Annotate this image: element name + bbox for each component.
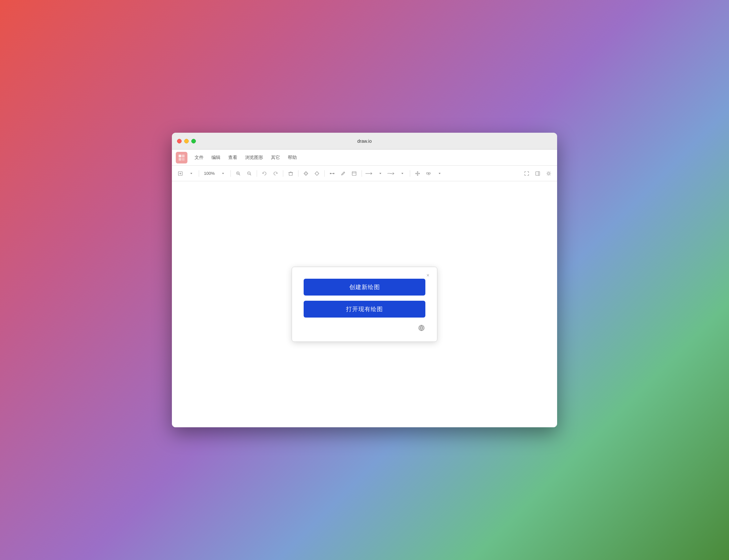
modal-close-btn[interactable]: × — [424, 272, 432, 279]
language-icon[interactable] — [418, 324, 425, 332]
svg-rect-2 — [179, 158, 181, 160]
svg-marker-7 — [190, 173, 192, 174]
svg-rect-1 — [182, 154, 185, 157]
shape-btn[interactable] — [424, 169, 433, 178]
svg-line-41 — [550, 174, 551, 175]
pencil-btn[interactable] — [339, 169, 348, 178]
app-logo — [176, 152, 187, 163]
toolbar-sep-8 — [410, 170, 410, 177]
svg-marker-8 — [222, 173, 224, 174]
zoom-in-btn[interactable] — [234, 169, 243, 178]
toolbar-sep-6 — [324, 170, 325, 177]
toolbar-right — [522, 169, 553, 178]
menu-diagram[interactable]: 浏览图形 — [242, 153, 266, 162]
unfill-btn[interactable] — [312, 169, 321, 178]
redo-btn[interactable] — [271, 169, 280, 178]
zoom-value: 100% — [202, 171, 217, 176]
svg-line-42 — [550, 172, 551, 173]
toolbar-sep-4 — [283, 170, 283, 177]
close-button[interactable] — [177, 139, 182, 143]
arrow-style-2-btn[interactable] — [387, 169, 396, 178]
shape-dropdown-btn[interactable] — [435, 169, 444, 178]
toolbar-sep-2 — [230, 170, 231, 177]
app-window: draw.io 文件 编辑 查看 浏览图形 其它 帮助 — [172, 133, 557, 427]
startup-dialog: × 创建新绘图 打开现有绘图 — [292, 267, 437, 342]
svg-point-20 — [333, 173, 334, 174]
svg-rect-3 — [182, 158, 185, 160]
menu-view[interactable]: 查看 — [225, 153, 241, 162]
menu-help[interactable]: 帮助 — [285, 153, 300, 162]
undo-btn[interactable] — [260, 169, 269, 178]
svg-line-43 — [547, 174, 548, 175]
sun-icon[interactable] — [544, 169, 553, 178]
svg-rect-22 — [352, 172, 356, 175]
menu-edit[interactable]: 编辑 — [208, 153, 224, 162]
open-existing-diagram-btn[interactable]: 打开现有绘图 — [304, 301, 425, 318]
svg-marker-32 — [439, 173, 441, 174]
move-btn[interactable] — [413, 169, 422, 178]
fill-btn[interactable] — [301, 169, 310, 178]
menubar: 文件 编辑 查看 浏览图形 其它 帮助 — [172, 150, 557, 166]
zoom-out-btn[interactable] — [245, 169, 254, 178]
toolbar-sep-1 — [199, 170, 199, 177]
page-dropdown-btn[interactable] — [187, 169, 196, 178]
titlebar: draw.io — [172, 133, 557, 150]
frame-btn[interactable] — [350, 169, 359, 178]
menu-file[interactable]: 文件 — [191, 153, 207, 162]
page-selector-btn[interactable] — [176, 169, 185, 178]
svg-line-12 — [239, 174, 240, 175]
svg-rect-16 — [289, 173, 292, 175]
maximize-button[interactable] — [191, 139, 196, 143]
zoom-dropdown-btn[interactable] — [219, 169, 228, 178]
toolbar-sep-7 — [362, 170, 362, 177]
toolbar-sep-5 — [298, 170, 298, 177]
menu-other[interactable]: 其它 — [268, 153, 283, 162]
arrow-dropdown-1-btn[interactable] — [376, 169, 385, 178]
window-controls — [177, 139, 196, 143]
arrow-dropdown-2-btn[interactable] — [398, 169, 407, 178]
toolbar-sep-3 — [257, 170, 257, 177]
canvas-area: × 创建新绘图 打开现有绘图 — [172, 181, 557, 427]
svg-point-35 — [548, 173, 550, 174]
minimize-button[interactable] — [184, 139, 189, 143]
svg-point-30 — [429, 173, 431, 174]
window-title: draw.io — [357, 139, 372, 144]
fullscreen-btn[interactable] — [522, 169, 531, 178]
svg-rect-33 — [536, 172, 540, 175]
modal-overlay: × 创建新绘图 打开现有绘图 — [172, 181, 557, 427]
toolbar: 100% — [172, 166, 557, 181]
connect-btn[interactable] — [328, 169, 337, 178]
svg-point-19 — [330, 173, 331, 174]
svg-rect-29 — [427, 173, 428, 174]
svg-line-15 — [250, 174, 251, 175]
modal-footer — [304, 324, 425, 332]
svg-rect-0 — [179, 154, 181, 157]
delete-btn[interactable] — [286, 169, 295, 178]
arrow-style-1-btn[interactable] — [365, 169, 374, 178]
svg-line-40 — [547, 172, 548, 173]
create-new-diagram-btn[interactable]: 创建新绘图 — [304, 279, 425, 296]
svg-marker-25 — [379, 173, 381, 174]
svg-marker-26 — [401, 173, 403, 174]
panel-toggle-btn[interactable] — [533, 169, 542, 178]
